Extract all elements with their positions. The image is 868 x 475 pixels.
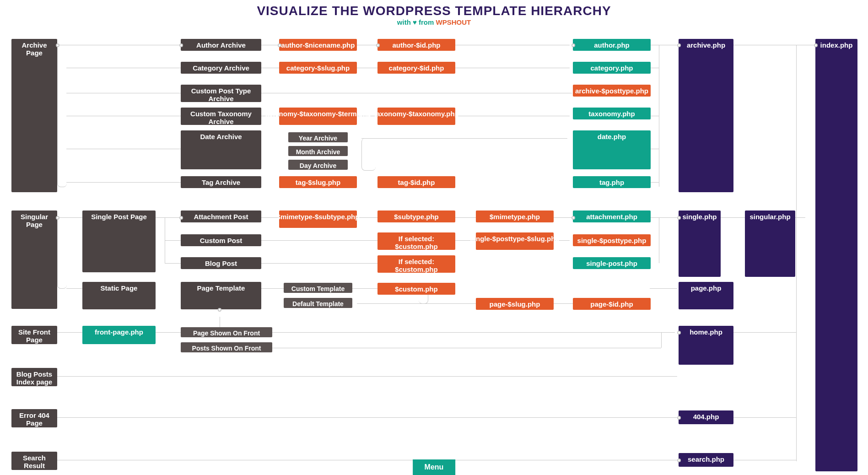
category-slug-php[interactable]: category-$slug.php xyxy=(279,62,357,74)
index-php[interactable]: index.php xyxy=(815,39,857,471)
year-archive[interactable]: Year Archive xyxy=(288,132,348,142)
author-id-php[interactable]: author-$id.php xyxy=(377,39,455,51)
singular-php[interactable]: singular.php xyxy=(745,211,795,277)
custom-tax-archive[interactable]: Custom Taxonomy Archive xyxy=(181,108,261,125)
custom-template[interactable]: Custom Template xyxy=(284,283,352,293)
taxonomy-php[interactable]: taxonomy.php xyxy=(573,108,651,119)
site-front-page[interactable]: Site Front Page xyxy=(11,326,57,344)
category-archive[interactable]: Category Archive xyxy=(181,62,261,74)
tag-archive[interactable]: Tag Archive xyxy=(181,176,261,188)
if-selected-custom-2[interactable]: If selected: $custom.php xyxy=(377,255,455,273)
custom-post[interactable]: Custom Post xyxy=(181,234,261,246)
if-selected-custom-1[interactable]: If selected: $custom.php xyxy=(377,232,455,250)
archive-php[interactable]: archive.php xyxy=(679,39,733,192)
search-php[interactable]: search.php xyxy=(679,453,733,467)
cpt-archive[interactable]: Custom Post Type Archive xyxy=(181,85,261,102)
day-archive[interactable]: Day Archive xyxy=(288,160,348,170)
author-nicename-php[interactable]: author-$nicename.php xyxy=(279,39,357,51)
author-archive[interactable]: Author Archive xyxy=(181,39,261,51)
tag-id-php[interactable]: tag-$id.php xyxy=(377,176,455,188)
posts-shown-on-front[interactable]: Posts Shown On Front xyxy=(181,342,272,352)
404-php[interactable]: 404.php xyxy=(679,410,733,424)
page-shown-on-front[interactable]: Page Shown On Front xyxy=(181,327,272,337)
single-post-page[interactable]: Single Post Page xyxy=(82,211,156,272)
single-posttype-php[interactable]: single-$posttype.php xyxy=(573,234,651,246)
page-subtitle: with ♥ from WPSHOUT xyxy=(0,18,868,26)
attachment-php[interactable]: attachment.php xyxy=(573,211,651,222)
archive-posttype-php[interactable]: archive-$posttype.php xyxy=(573,85,651,97)
default-template[interactable]: Default Template xyxy=(284,298,352,308)
static-page[interactable]: Static Page xyxy=(82,282,156,309)
page-slug-php[interactable]: page-$slug.php xyxy=(476,298,554,310)
front-page-php[interactable]: front-page.php xyxy=(82,326,156,344)
attachment-post[interactable]: Attachment Post xyxy=(181,211,261,222)
category-php[interactable]: category.php xyxy=(573,62,651,74)
mimetype-php[interactable]: $mimetype.php xyxy=(476,211,554,222)
blog-posts-index[interactable]: Blog Posts Index page xyxy=(11,368,57,386)
author-php[interactable]: author.php xyxy=(573,39,651,51)
tag-php[interactable]: tag.php xyxy=(573,176,651,188)
singular-page[interactable]: Singular Page xyxy=(11,211,57,309)
archive-page[interactable]: Archive Page xyxy=(11,39,57,192)
page-template[interactable]: Page Template xyxy=(181,282,261,309)
mimetype-subtype-php[interactable]: $mimetype-$subtype.php xyxy=(279,211,357,228)
month-archive[interactable]: Month Archive xyxy=(288,146,348,156)
home-php[interactable]: home.php xyxy=(679,326,733,365)
category-id-php[interactable]: category-$id.php xyxy=(377,62,455,74)
date-archive[interactable]: Date Archive xyxy=(181,130,261,169)
date-php[interactable]: date.php xyxy=(573,130,651,169)
blog-post[interactable]: Blog Post xyxy=(181,257,261,269)
tag-slug-php[interactable]: tag-$slug.php xyxy=(279,176,357,188)
menu-button[interactable]: Menu xyxy=(413,459,456,475)
page-title: VISUALIZE THE WORDPRESS TEMPLATE HIERARC… xyxy=(0,4,868,18)
subtitle-brand: WPSHOUT xyxy=(436,18,471,26)
subtype-php[interactable]: $subtype.php xyxy=(377,211,455,222)
taxonomy-tax-php[interactable]: taxonomy-$taxonomy.php xyxy=(377,108,455,125)
search-result-page[interactable]: Search Result Page xyxy=(11,452,57,470)
page-php[interactable]: page.php xyxy=(679,282,733,309)
page-id-php[interactable]: page-$id.php xyxy=(573,298,651,310)
subtitle-prefix: with ♥ from xyxy=(397,18,436,26)
error-404-page[interactable]: Error 404 Page xyxy=(11,409,57,427)
custom-php[interactable]: $custom.php xyxy=(377,283,455,295)
single-post-php[interactable]: single-post.php xyxy=(573,257,651,269)
taxonomy-term-php[interactable]: taxonomy-$taxonomy-$term.php xyxy=(279,108,357,125)
single-php[interactable]: single.php xyxy=(679,211,721,277)
single-posttype-slug-php[interactable]: single-$posttype-$slug.php xyxy=(476,232,554,250)
